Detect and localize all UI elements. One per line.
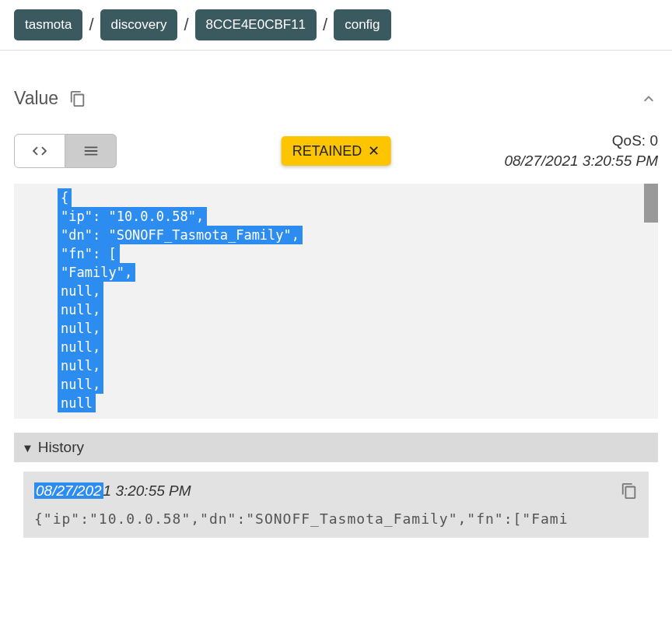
breadcrumb-tasmota[interactable]: tasmota: [14, 9, 82, 40]
history-item[interactable]: 08/27/2021 3:20:55 PM {"ip":"10.0.0.58",…: [23, 472, 649, 538]
history-timestamp-rest: 1 3:20:55 PM: [103, 482, 191, 499]
code-line: {: [58, 188, 72, 207]
code-scrollthumb[interactable]: [644, 184, 658, 223]
code-line: "dn": "SONOFF_Tasmota_Family",: [58, 226, 303, 244]
breadcrumb-bar: tasmota / discovery / 8CCE4E0CBF11 / con…: [0, 0, 672, 51]
history-payload: {"ip":"10.0.0.58","dn":"SONOFF_Tasmota_F…: [34, 510, 638, 527]
lines-view-button[interactable]: [65, 134, 117, 168]
breadcrumb-config[interactable]: config: [334, 9, 390, 40]
history-timestamp-highlight: 08/27/202: [34, 482, 103, 499]
code-line: null,: [58, 282, 103, 300]
history-title: History: [38, 439, 84, 456]
code-block[interactable]: { "ip": "10.0.0.58", "dn": "SONOFF_Tasmo…: [14, 184, 658, 419]
copy-icon[interactable]: [69, 90, 86, 107]
breadcrumb-separator: /: [323, 15, 327, 35]
breadcrumb-discovery[interactable]: discovery: [100, 9, 178, 40]
code-line: null,: [58, 356, 103, 375]
code-line: null,: [58, 375, 103, 394]
code-content: { "ip": "10.0.0.58", "dn": "SONOFF_Tasmo…: [58, 184, 303, 419]
chevron-up-icon[interactable]: [639, 89, 658, 108]
lines-icon: [82, 142, 100, 160]
value-header: Value: [14, 65, 658, 117]
code-scrollbar[interactable]: [644, 184, 658, 419]
code-line: "Family",: [58, 263, 135, 282]
value-toolbar: RETAINED ✕ QoS: 0 08/27/2021 3:20:55 PM: [14, 132, 658, 170]
value-timestamp: 08/27/2021 3:20:55 PM: [504, 153, 658, 170]
history-toggle-icon: ▼: [22, 441, 33, 454]
history-timestamp: 08/27/2021 3:20:55 PM: [34, 482, 638, 500]
breadcrumb-separator: /: [89, 15, 93, 35]
value-title: Value: [14, 88, 58, 109]
code-gutter: [14, 184, 58, 419]
code-icon: [31, 142, 48, 160]
code-line: null,: [58, 338, 103, 356]
copy-icon[interactable]: [621, 482, 638, 500]
breadcrumb-device-id[interactable]: 8CCE4E0CBF11: [195, 9, 317, 40]
retained-close-button[interactable]: ✕: [368, 142, 380, 160]
breadcrumb-separator: /: [184, 15, 188, 35]
history-section: ▼ History 08/27/2021 3:20:55 PM {"ip":"1…: [14, 433, 658, 538]
code-line: null,: [58, 319, 103, 338]
code-line: "ip": "10.0.0.58",: [58, 207, 207, 226]
value-section: Value RETAINED ✕: [0, 51, 672, 561]
retained-label: RETAINED: [292, 143, 362, 160]
code-view-button[interactable]: [14, 134, 65, 168]
retained-badge: RETAINED ✕: [282, 136, 391, 166]
code-line: null,: [58, 300, 103, 319]
history-header[interactable]: ▼ History: [14, 433, 658, 462]
code-line: null: [58, 394, 96, 412]
code-line: "fn": [: [58, 244, 120, 263]
view-toggle-group: [14, 134, 117, 168]
qos-label: QoS: 0: [612, 132, 658, 149]
